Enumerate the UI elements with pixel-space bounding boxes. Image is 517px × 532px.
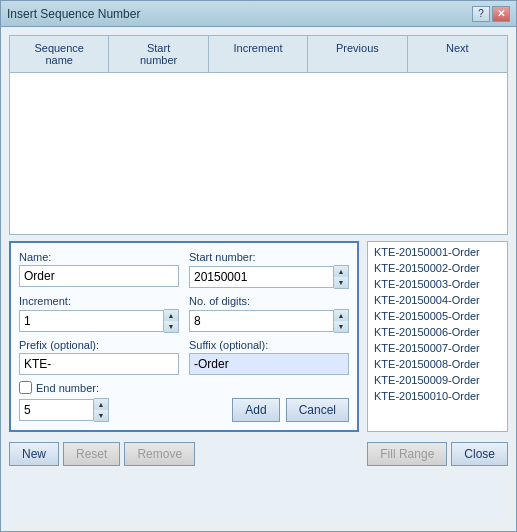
sequence-table: Sequencename Startnumber Increment Previ… (9, 35, 508, 235)
list-item: KTE-20150005-Order (368, 308, 507, 324)
list-item: KTE-20150001-Order (368, 244, 507, 260)
increment-field: Increment: ▲ ▼ (19, 295, 179, 333)
end-number-checkbox[interactable] (19, 381, 32, 394)
col-next: Next (408, 36, 507, 72)
no-digits-spinner: ▲ ▼ (189, 309, 349, 333)
no-digits-spinner-btns: ▲ ▼ (334, 309, 349, 333)
help-button[interactable]: ? (472, 6, 490, 22)
table-header: Sequencename Startnumber Increment Previ… (10, 36, 507, 73)
list-item: KTE-20150004-Order (368, 292, 507, 308)
end-number-spinner: ▲ ▼ (19, 398, 109, 422)
no-digits-field: No. of digits: ▲ ▼ (189, 295, 349, 333)
preview-list: KTE-20150001-OrderKTE-20150002-OrderKTE-… (367, 241, 508, 432)
name-label: Name: (19, 251, 179, 263)
list-item: KTE-20150007-Order (368, 340, 507, 356)
col-sequence-name: Sequencename (10, 36, 109, 72)
list-item: KTE-20150002-Order (368, 260, 507, 276)
list-item: KTE-20150003-Order (368, 276, 507, 292)
no-digits-input[interactable] (189, 310, 334, 332)
close-button[interactable]: Close (451, 442, 508, 466)
start-number-spinner-btns: ▲ ▼ (334, 265, 349, 289)
new-button[interactable]: New (9, 442, 59, 466)
increment-down-btn[interactable]: ▼ (164, 321, 178, 332)
end-number-up-btn[interactable]: ▲ (94, 399, 108, 410)
no-digits-up-btn[interactable]: ▲ (334, 310, 348, 321)
start-number-label: Start number: (189, 251, 349, 263)
increment-spinner-btns: ▲ ▼ (164, 309, 179, 333)
start-number-down-btn[interactable]: ▼ (334, 277, 348, 288)
reset-button[interactable]: Reset (63, 442, 120, 466)
fill-range-button[interactable]: Fill Range (367, 442, 447, 466)
prefix-field: Prefix (optional): (19, 339, 179, 375)
remove-button[interactable]: Remove (124, 442, 195, 466)
right-button-group: Fill Range Close (367, 442, 508, 466)
main-window: Insert Sequence Number ? ✕ Sequencename … (0, 0, 517, 532)
increment-spinner: ▲ ▼ (19, 309, 179, 333)
form-row-2: Increment: ▲ ▼ No. of digits: (19, 295, 349, 333)
start-number-spinner: ▲ ▼ (189, 265, 349, 289)
form-row-3: Prefix (optional): Suffix (optional): (19, 339, 349, 375)
end-number-spinner-btns: ▲ ▼ (94, 398, 109, 422)
add-button[interactable]: Add (232, 398, 279, 422)
prefix-label: Prefix (optional): (19, 339, 179, 351)
no-digits-label: No. of digits: (189, 295, 349, 307)
table-body (10, 73, 507, 233)
window-close-button[interactable]: ✕ (492, 6, 510, 22)
increment-input[interactable] (19, 310, 164, 332)
start-number-field: Start number: ▲ ▼ (189, 251, 349, 289)
window-title: Insert Sequence Number (7, 7, 140, 21)
start-number-input[interactable] (189, 266, 334, 288)
list-item: KTE-20150008-Order (368, 356, 507, 372)
title-bar-buttons: ? ✕ (472, 6, 510, 22)
suffix-input[interactable] (189, 353, 349, 375)
name-field: Name: (19, 251, 179, 289)
name-input[interactable] (19, 265, 179, 287)
list-item: KTE-20150006-Order (368, 324, 507, 340)
cancel-button[interactable]: Cancel (286, 398, 349, 422)
prefix-input[interactable] (19, 353, 179, 375)
list-item: KTE-20150009-Order (368, 372, 507, 388)
end-number-input[interactable] (19, 399, 94, 421)
no-digits-down-btn[interactable]: ▼ (334, 321, 348, 332)
list-item: KTE-20150010-Order (368, 388, 507, 404)
form-panel: Name: Start number: ▲ ▼ (9, 241, 359, 432)
left-button-group: New Reset Remove (9, 442, 195, 466)
end-number-down-btn[interactable]: ▼ (94, 410, 108, 421)
start-number-up-btn[interactable]: ▲ (334, 266, 348, 277)
increment-up-btn[interactable]: ▲ (164, 310, 178, 321)
col-increment: Increment (209, 36, 308, 72)
bottom-button-bar: New Reset Remove Fill Range Close (9, 438, 508, 468)
col-start-number: Startnumber (109, 36, 208, 72)
end-number-label: End number: (36, 382, 99, 394)
suffix-label: Suffix (optional): (189, 339, 349, 351)
bottom-section: Name: Start number: ▲ ▼ (9, 241, 508, 432)
suffix-field: Suffix (optional): (189, 339, 349, 375)
end-number-action-row: ▲ ▼ Add Cancel (19, 398, 349, 422)
end-number-row: End number: (19, 381, 349, 394)
form-row-1: Name: Start number: ▲ ▼ (19, 251, 349, 289)
form-action-row: Add Cancel (232, 398, 349, 422)
title-bar: Insert Sequence Number ? ✕ (1, 1, 516, 27)
col-previous: Previous (308, 36, 407, 72)
content-area: Sequencename Startnumber Increment Previ… (1, 27, 516, 531)
increment-label: Increment: (19, 295, 179, 307)
